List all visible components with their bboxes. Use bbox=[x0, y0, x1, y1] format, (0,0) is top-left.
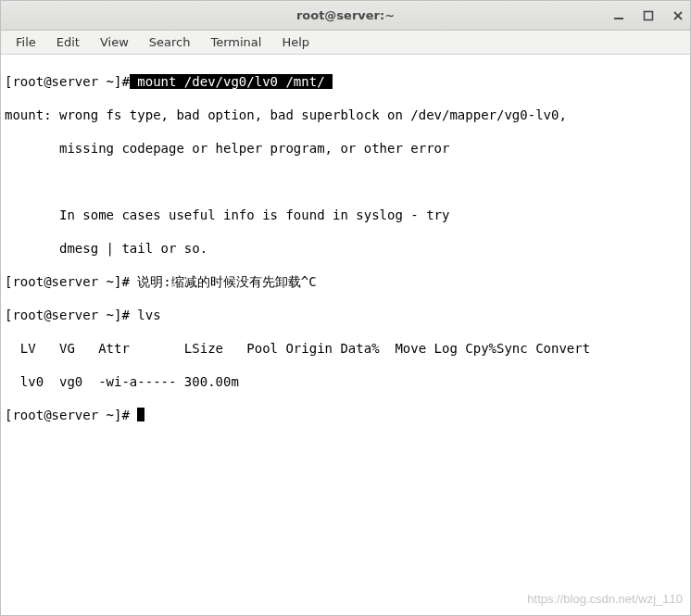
window-controls bbox=[612, 1, 685, 31]
maximize-button[interactable] bbox=[642, 9, 655, 22]
minimize-icon bbox=[613, 10, 624, 21]
prompt: [root@server ~]# bbox=[5, 74, 130, 89]
terminal-line: [root@server ~]# mount /dev/vg0/lv0 /mnt… bbox=[5, 73, 686, 90]
menubar: File Edit View Search Terminal Help bbox=[1, 31, 690, 55]
menu-terminal[interactable]: Terminal bbox=[201, 32, 270, 52]
maximize-icon bbox=[643, 10, 654, 21]
prompt: [root@server ~]# bbox=[5, 408, 137, 422]
menu-edit[interactable]: Edit bbox=[47, 32, 89, 52]
terminal-line: dmesg | tail or so. bbox=[5, 240, 686, 257]
menu-file[interactable]: File bbox=[6, 32, 45, 52]
watermark: https://blog.csdn.net/wzj_110 bbox=[527, 591, 683, 608]
terminal-line: In some cases useful info is found in sy… bbox=[5, 207, 686, 223]
menu-view[interactable]: View bbox=[91, 32, 138, 52]
terminal-line bbox=[5, 173, 686, 190]
terminal-line: [root@server ~]# lvs bbox=[5, 307, 686, 323]
close-icon bbox=[672, 10, 684, 21]
menu-search[interactable]: Search bbox=[140, 32, 200, 52]
minimize-button[interactable] bbox=[612, 9, 625, 22]
terminal-line: mount: wrong fs type, bad option, bad su… bbox=[5, 107, 686, 123]
close-button[interactable] bbox=[672, 9, 685, 22]
terminal-line: [root@server ~]# 说明:缩减的时候没有先卸载^C bbox=[5, 273, 686, 290]
terminal-line: [root@server ~]# bbox=[5, 407, 686, 423]
terminal-area[interactable]: [root@server ~]# mount /dev/vg0/lv0 /mnt… bbox=[1, 55, 690, 615]
terminal-line: lv0 vg0 -wi-a----- 300.00m bbox=[5, 373, 686, 390]
highlighted-command: mount /dev/vg0/lv0 /mnt/ bbox=[130, 74, 333, 89]
menu-help[interactable]: Help bbox=[272, 32, 319, 52]
cursor bbox=[137, 408, 144, 421]
titlebar: root@server:~ bbox=[1, 1, 690, 31]
window-title: root@server:~ bbox=[8, 8, 683, 22]
terminal-line: missing codepage or helper program, or o… bbox=[5, 140, 686, 157]
terminal-line: LV VG Attr LSize Pool Origin Data% Move … bbox=[5, 340, 686, 357]
svg-rect-1 bbox=[645, 12, 653, 20]
terminal-window: root@server:~ File Edit View Search Term… bbox=[0, 0, 691, 616]
